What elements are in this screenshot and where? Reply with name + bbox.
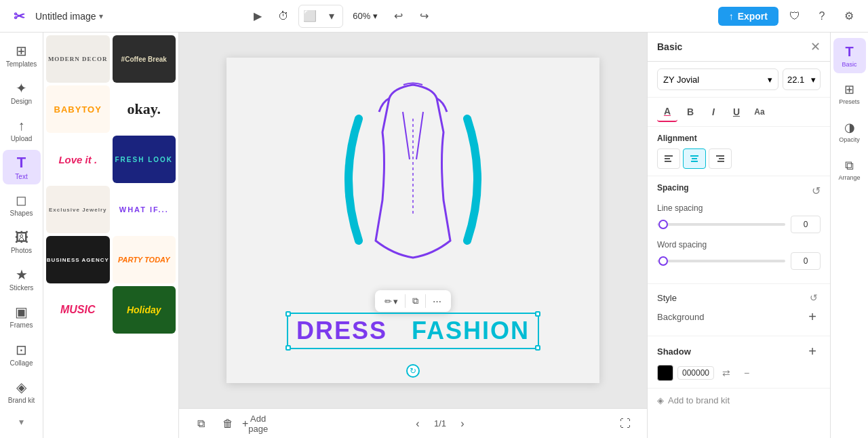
template-card-fresh-look[interactable]: FRESH LOOK [113,136,176,183]
italic-button[interactable]: I [703,102,724,122]
next-page-button[interactable]: › [452,413,473,435]
canvas-copy-button[interactable]: ⧉ [190,413,212,435]
style-section: Style ↺ Background + [648,284,830,336]
line-spacing-value[interactable]: 0 [791,216,821,233]
undo-button[interactable]: ↩ [387,5,409,27]
shadow-color-swatch[interactable] [657,365,673,381]
brand-label: Brand kit [8,397,35,404]
arrange-label: Arrange [838,174,860,181]
template-card-coffee-break[interactable]: #Coffee Break [113,35,176,83]
floating-copy-button[interactable]: ⧉ [408,293,422,309]
view-chevron[interactable]: ▾ [321,5,342,27]
template-card-okay[interactable]: okay. [113,85,176,133]
sidebar-collapse-button[interactable]: ▾ [11,412,33,433]
style-reset-button[interactable]: ↺ [807,291,821,304]
far-right-arrange[interactable]: ⧉ Arrange [833,152,866,187]
template-card-babytoy[interactable]: BABYTOY [46,85,110,133]
word-spacing-thumb[interactable] [658,256,668,266]
sidebar-item-brand[interactable]: ◈ Brand kit [3,374,41,409]
sidebar-item-text[interactable]: T Text [3,150,41,184]
selection-handle-br[interactable] [535,345,540,351]
font-family-value: ZY Jovial [663,75,699,85]
floating-toolbar: ✏ ▾ ⧉ ⋯ [375,290,451,312]
word-spacing-slider[interactable] [657,260,785,262]
far-right-opacity[interactable]: ◑ Opacity [833,114,866,149]
sidebar-item-design[interactable]: ✦ Design [3,75,41,110]
sidebar-item-upload[interactable]: ↑ Upload [3,113,41,147]
case-button[interactable]: Aa [749,102,770,122]
brand-kit-footer[interactable]: ◈ Add to brand kit [648,389,830,412]
template-card-exclusive-jewelry[interactable]: Exclusive Jewelry [46,186,110,233]
spacing-reset-button[interactable]: ↺ [812,184,821,197]
canvas-delete-button[interactable]: 🗑 [217,413,239,435]
shadow-minus-button[interactable]: − [738,365,755,381]
add-page-button[interactable]: + Add page [244,413,266,435]
far-right-basic[interactable]: T Basic [833,38,866,73]
sidebar-item-frames[interactable]: ▣ Frames [3,299,41,334]
font-size-chevron: ▾ [811,75,816,85]
template-card-business-agency[interactable]: BUSINESS AGENCY [46,236,110,283]
font-size-input[interactable]: 22.1 ▾ [783,68,821,90]
word-spacing-value[interactable]: 0 [791,252,821,270]
fullscreen-button[interactable]: ⛶ [614,413,636,435]
alignment-title: Alignment [657,134,821,143]
add-page-icon: + [242,418,248,430]
help-button[interactable]: ? [811,5,833,27]
sidebar-item-stickers[interactable]: ★ Stickers [3,262,41,296]
shadow-add-button[interactable]: + [804,343,821,359]
toolbar-separator-1 [405,294,406,308]
brand-icon: ◈ [16,379,26,395]
zoom-control[interactable]: 60% ▾ [347,8,383,24]
sidebar-item-templates[interactable]: ⊞ Templates [3,38,41,73]
sidebar-item-collage[interactable]: ⊡ Collage [3,337,41,372]
panel-close-button[interactable]: ✕ [810,39,821,54]
redo-button[interactable]: ↪ [413,5,435,27]
prev-page-button[interactable]: ‹ [407,413,429,435]
bold-button[interactable]: B [680,102,701,122]
font-family-select[interactable]: ZY Jovial ▾ [657,68,778,90]
text-color-button[interactable]: A [657,102,677,122]
dress-illustration [338,78,488,281]
frames-label: Frames [10,321,33,329]
canvas-pagination: ‹ 1/1 › [407,413,473,435]
template-card-holiday[interactable]: Holiday [113,286,176,334]
stickers-icon: ★ [16,266,28,283]
selection-handle-tr[interactable] [535,311,540,317]
spacing-title: Spacing [657,183,689,193]
line-spacing-slider[interactable] [657,223,785,226]
document-title-area[interactable]: Untitled image ▾ [35,11,103,22]
right-panel: Basic ✕ ZY Jovial ▾ 22.1 ▾ A B I U Aa Al… [647,33,830,438]
selection-handle-tl[interactable] [285,311,291,317]
align-center-button[interactable] [683,148,706,169]
template-card-party-today[interactable]: PARTY TODAY [113,236,176,283]
text-icon: T [17,154,26,172]
canvas-view-button[interactable]: ⬜ [299,5,321,27]
play-button[interactable]: ▶ [247,5,269,27]
selection-handle-bl[interactable] [285,345,291,351]
align-left-button[interactable] [657,148,680,169]
template-card-music[interactable]: MUSIC [46,286,110,334]
canvas-text-element[interactable]: DRESS FASHION [287,313,539,349]
floating-more-button[interactable]: ⋯ [429,294,446,309]
font-controls: ZY Jovial ▾ 22.1 ▾ [648,62,830,98]
shield-icon-button[interactable]: 🛡 [784,5,806,27]
template-card-what-if[interactable]: WHAT IF... [113,186,176,233]
sidebar-item-photos[interactable]: 🖼 Photos [3,224,41,259]
align-right-button[interactable] [709,148,732,169]
background-add-button[interactable]: + [804,308,821,325]
far-right-presets[interactable]: ⊞ Presets [833,76,866,111]
template-card-love-it[interactable]: Love it . [46,136,110,183]
shadow-color-label[interactable]: 000000 [677,366,714,380]
canvas-page[interactable]: ✏ ▾ ⧉ ⋯ DRESS FASHION [226,58,599,383]
sidebar-item-shapes[interactable]: ◻ Shapes [3,187,41,222]
shadow-transfer-button[interactable]: ⇄ [718,365,734,381]
settings-button[interactable]: ⚙ [838,5,860,27]
export-button[interactable]: ↑ Export [718,7,778,26]
floating-edit-button[interactable]: ✏ ▾ [380,294,402,309]
rotate-handle[interactable]: ↻ [406,364,420,378]
template-card-modern-decor[interactable]: MODERN DECOR [46,35,110,83]
line-spacing-thumb[interactable] [658,220,668,229]
underline-button[interactable]: U [726,102,747,122]
timer-button[interactable]: ⏱ [273,5,294,27]
canvas-wrapper[interactable]: ✏ ▾ ⧉ ⋯ DRESS FASHION [179,33,647,408]
